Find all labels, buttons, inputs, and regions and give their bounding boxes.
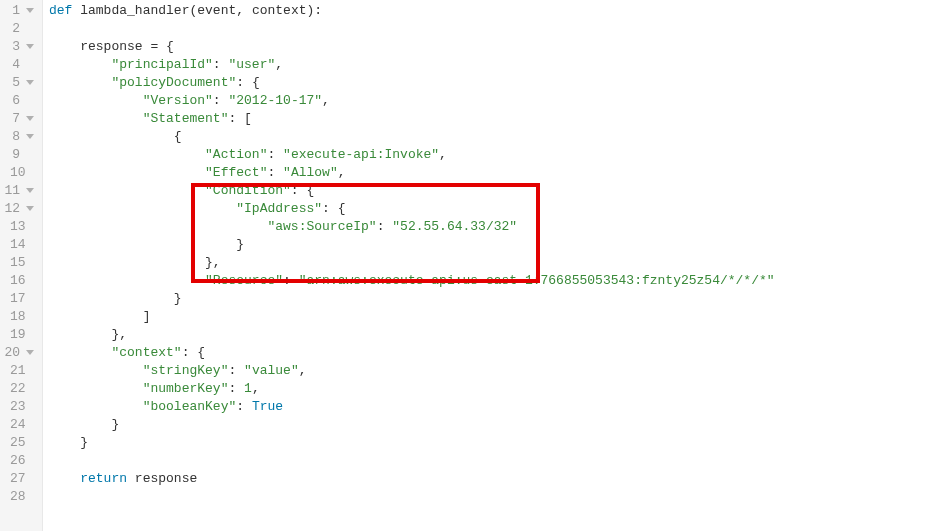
line-number: 7 xyxy=(10,110,36,128)
line-number: 6 xyxy=(10,92,36,110)
line-number: 20 xyxy=(10,344,36,362)
code-line[interactable]: def lambda_handler(event, context): xyxy=(49,2,939,20)
line-number: 1 xyxy=(10,2,36,20)
line-number: 16 xyxy=(10,272,36,290)
fold-icon[interactable] xyxy=(26,8,34,13)
code-line[interactable]: "aws:SourceIp": "52.55.64.33/32" xyxy=(49,218,939,236)
code-line[interactable]: "context": { xyxy=(49,344,939,362)
code-editor: 1234567891011121314151617181920212223242… xyxy=(0,0,939,531)
code-line[interactable]: }, xyxy=(49,254,939,272)
code-line[interactable] xyxy=(49,488,939,506)
fold-icon[interactable] xyxy=(26,134,34,139)
line-number: 28 xyxy=(10,488,36,506)
line-number: 5 xyxy=(10,74,36,92)
fold-icon[interactable] xyxy=(26,44,34,49)
line-number: 15 xyxy=(10,254,36,272)
line-number: 10 xyxy=(10,164,36,182)
code-line[interactable]: ] xyxy=(49,308,939,326)
line-number: 12 xyxy=(10,200,36,218)
line-number: 21 xyxy=(10,362,36,380)
code-line[interactable]: "Resource": "arn:aws:execute-api:us-east… xyxy=(49,272,939,290)
code-line[interactable]: } xyxy=(49,236,939,254)
gutter: 1234567891011121314151617181920212223242… xyxy=(0,0,43,531)
code-line[interactable]: "numberKey": 1, xyxy=(49,380,939,398)
code-line[interactable]: "policyDocument": { xyxy=(49,74,939,92)
code-line[interactable]: "Condition": { xyxy=(49,182,939,200)
line-number: 14 xyxy=(10,236,36,254)
code-line[interactable]: } xyxy=(49,434,939,452)
code-line[interactable]: }, xyxy=(49,326,939,344)
line-number: 3 xyxy=(10,38,36,56)
code-line[interactable]: return response xyxy=(49,470,939,488)
code-area[interactable]: def lambda_handler(event, context): resp… xyxy=(43,0,939,531)
line-number: 9 xyxy=(10,146,36,164)
line-number: 27 xyxy=(10,470,36,488)
code-line[interactable] xyxy=(49,20,939,38)
fold-icon[interactable] xyxy=(26,350,34,355)
code-line[interactable]: "IpAddress": { xyxy=(49,200,939,218)
code-line[interactable]: } xyxy=(49,416,939,434)
line-number: 26 xyxy=(10,452,36,470)
fold-icon[interactable] xyxy=(26,116,34,121)
line-number: 24 xyxy=(10,416,36,434)
code-line[interactable]: "booleanKey": True xyxy=(49,398,939,416)
code-line[interactable]: "Effect": "Allow", xyxy=(49,164,939,182)
fold-icon[interactable] xyxy=(26,206,34,211)
code-line[interactable] xyxy=(49,452,939,470)
line-number: 25 xyxy=(10,434,36,452)
line-number: 22 xyxy=(10,380,36,398)
fold-icon[interactable] xyxy=(26,80,34,85)
code-line[interactable]: "stringKey": "value", xyxy=(49,362,939,380)
line-number: 8 xyxy=(10,128,36,146)
line-number: 23 xyxy=(10,398,36,416)
line-number: 19 xyxy=(10,326,36,344)
line-number: 11 xyxy=(10,182,36,200)
fold-icon[interactable] xyxy=(26,188,34,193)
line-number: 18 xyxy=(10,308,36,326)
line-number: 13 xyxy=(10,218,36,236)
line-number: 17 xyxy=(10,290,36,308)
code-line[interactable]: response = { xyxy=(49,38,939,56)
code-line[interactable]: { xyxy=(49,128,939,146)
code-line[interactable]: "Statement": [ xyxy=(49,110,939,128)
code-line[interactable]: "Action": "execute-api:Invoke", xyxy=(49,146,939,164)
line-number: 4 xyxy=(10,56,36,74)
line-number: 2 xyxy=(10,20,36,38)
code-line[interactable]: "principalId": "user", xyxy=(49,56,939,74)
code-line[interactable]: } xyxy=(49,290,939,308)
code-line[interactable]: "Version": "2012-10-17", xyxy=(49,92,939,110)
